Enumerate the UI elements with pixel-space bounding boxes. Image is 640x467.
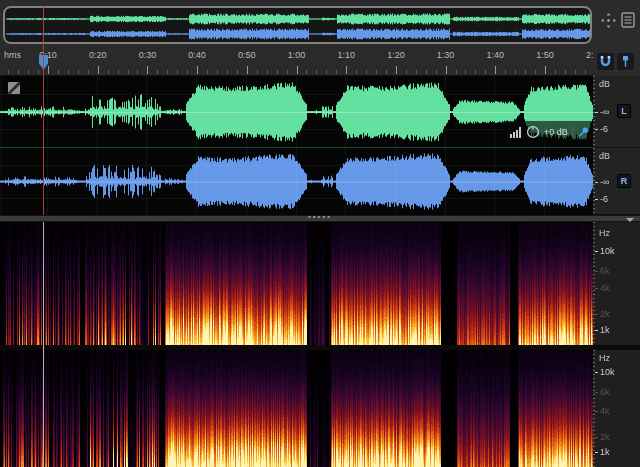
ruler-minor-tick	[436, 70, 437, 74]
ruler-minor-tick	[416, 70, 417, 74]
ruler-minor-tick	[157, 70, 158, 74]
waveform-right-canvas[interactable]	[0, 148, 593, 215]
marker-tool-button[interactable]	[617, 53, 634, 70]
ruler-minor-tick	[207, 70, 208, 74]
ruler-minor-tick	[386, 70, 387, 74]
hz-tick-label: 10k	[595, 367, 615, 377]
ruler-major-tick	[247, 66, 248, 74]
ruler-minor-tick	[187, 70, 188, 74]
ruler-minor-tick	[485, 70, 486, 74]
channel-badge-left[interactable]: L	[617, 104, 631, 118]
hz-unit-label: Hz	[599, 228, 610, 238]
ruler-minor-tick	[28, 70, 29, 74]
spectrogram-display-left[interactable]	[0, 222, 593, 345]
ruler-minor-tick	[137, 70, 138, 74]
ruler-time-label: 1:00	[283, 50, 311, 60]
ruler-minor-tick	[505, 70, 506, 74]
ruler-time-label: 2:	[586, 50, 593, 60]
snap-toggle-button[interactable]	[597, 53, 614, 70]
hud-divider	[572, 126, 573, 138]
spectrogram-right-canvas[interactable]	[0, 350, 593, 467]
ruler-time-label: 1:50	[531, 50, 559, 60]
ruler-time-label: 1:40	[481, 50, 509, 60]
hz-tick-label: 1k	[595, 447, 610, 457]
marker-icon	[619, 55, 632, 68]
ruler-major-tick	[495, 66, 496, 74]
ruler-time-label: 1:10	[332, 50, 360, 60]
ruler-minor-tick	[277, 70, 278, 74]
panel-menu-icon[interactable]	[621, 11, 635, 29]
spectrogram-display-right[interactable]	[0, 350, 593, 467]
hz-unit-label: Hz	[599, 353, 610, 363]
frequency-scale-left[interactable]: Hz10k6k4k2k1k	[593, 222, 640, 345]
pin-icon[interactable]	[577, 126, 589, 138]
ruler-minor-tick	[217, 70, 218, 74]
ruler-major-tick	[545, 66, 546, 74]
ruler-major-tick	[98, 66, 99, 74]
ruler-time-label: 0:40	[183, 50, 211, 60]
db-unit-label: dB	[599, 79, 610, 89]
hz-tick-label: 1k	[595, 325, 610, 335]
ruler-minor-tick	[475, 70, 476, 74]
ruler-minor-tick	[326, 70, 327, 74]
ruler-minor-tick	[525, 70, 526, 74]
spectrogram-left-canvas[interactable]	[0, 222, 593, 345]
ruler-time-label: 0:10	[34, 50, 62, 60]
ruler-time-label: 0:20	[84, 50, 112, 60]
overview-waveform-canvas[interactable]	[6, 9, 591, 43]
edit-badge-icon	[8, 82, 20, 94]
ruler-minor-tick	[118, 70, 119, 74]
pan-icon[interactable]	[601, 13, 616, 28]
knob-icon[interactable]	[526, 125, 540, 139]
gain-value: +0 dB	[544, 127, 568, 137]
ruler-time-label: 0:50	[233, 50, 261, 60]
ruler-minor-tick	[356, 70, 357, 74]
ruler-minor-tick	[316, 70, 317, 74]
overview-range-selector[interactable]	[3, 6, 592, 44]
db-scale-left[interactable]: dB -∞ -6 L	[593, 76, 640, 148]
db-scale-right[interactable]: dB -∞ -6 R	[593, 148, 640, 215]
ruler-unit-label: hms	[4, 50, 21, 60]
panel-splitter[interactable]: •••••	[0, 215, 640, 222]
ruler-minor-tick	[465, 70, 466, 74]
db-tick-neg6: -6	[595, 194, 608, 204]
hz-tick-label: 4k	[595, 406, 610, 416]
ruler-major-tick	[197, 66, 198, 74]
hz-tick-label: 2k	[595, 309, 610, 319]
ruler-minor-tick	[227, 70, 228, 74]
ruler-time-label: 1:30	[432, 50, 460, 60]
ruler-time-label: 1:20	[382, 50, 410, 60]
ruler-minor-tick	[58, 70, 59, 74]
ruler-major-tick	[147, 66, 148, 74]
ruler-major-tick	[396, 66, 397, 74]
ruler-minor-tick	[38, 70, 39, 74]
timeline-ruler[interactable]: hms 0:100:200:300:400:501:001:101:201:30…	[0, 47, 593, 76]
hz-tick-label: 4k	[595, 283, 610, 293]
ruler-major-tick	[48, 66, 49, 74]
ruler-minor-tick	[68, 70, 69, 74]
db-tick-neg-inf: -∞	[595, 177, 609, 187]
frequency-scale-right[interactable]: Hz10k6k4k2k1k	[593, 350, 640, 467]
channel-badge-right[interactable]: R	[617, 174, 631, 188]
ruler-minor-tick	[366, 70, 367, 74]
ruler-minor-tick	[237, 70, 238, 74]
ruler-minor-tick	[128, 70, 129, 74]
ruler-minor-tick	[515, 70, 516, 74]
ruler-minor-tick	[88, 70, 89, 74]
ruler-minor-tick	[575, 70, 576, 74]
waveform-display-right[interactable]	[0, 148, 593, 215]
splitter-grip[interactable]: •••••	[308, 212, 332, 221]
meter-bars-icon	[510, 126, 522, 138]
db-tick-neg-inf: -∞	[595, 107, 609, 117]
ruler-minor-tick	[167, 70, 168, 74]
ruler-minor-tick	[306, 70, 307, 74]
hz-tick-label: 2k	[595, 432, 610, 442]
volume-hud[interactable]: +0 dB	[505, 121, 594, 143]
hz-tick-label: 6k	[595, 266, 610, 276]
ruler-minor-tick	[535, 70, 536, 74]
ruler-major-tick	[346, 66, 347, 74]
ruler-major-tick	[297, 66, 298, 74]
db-unit-label: dB	[599, 151, 610, 161]
ruler-minor-tick	[406, 70, 407, 74]
app-root: hms 0:100:200:300:400:501:001:101:201:30…	[0, 0, 640, 467]
